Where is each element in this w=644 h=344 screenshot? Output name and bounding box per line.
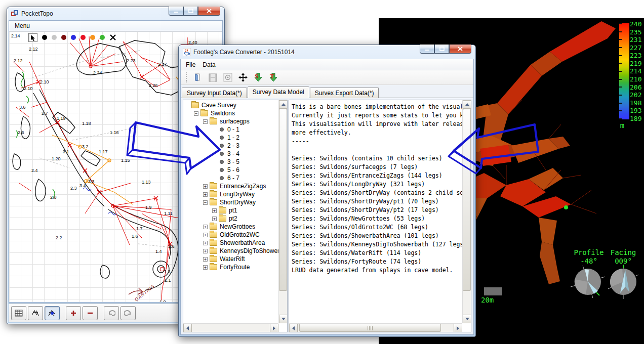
palette-color-dot[interactable] xyxy=(52,35,57,40)
tree-item-1-2[interactable]: 1 - 2 xyxy=(185,134,278,142)
tree-item-3-4[interactable]: 3 - 4 xyxy=(185,150,278,158)
scroll-left-button[interactable] xyxy=(183,324,192,332)
scroll-right-button[interactable] xyxy=(270,324,278,332)
redo-button[interactable] xyxy=(120,306,136,320)
desktop: 240235231227223219214210206202198193189 … xyxy=(0,0,644,344)
close-button[interactable] xyxy=(198,7,220,16)
eraser-x-icon[interactable] xyxy=(109,34,116,41)
tree-item-oldgrotto2wc[interactable]: +OldGrotto2WC xyxy=(185,231,278,239)
tree-item-cave-survey[interactable]: Cave Survey xyxy=(185,101,278,109)
move-tool-button[interactable] xyxy=(237,71,249,83)
tree-item-2-3[interactable]: 2 - 3 xyxy=(185,142,278,150)
data-table-button[interactable] xyxy=(11,306,26,320)
tree-item-waterrift[interactable]: +WaterRift xyxy=(185,255,278,263)
station-dot-icon xyxy=(220,168,224,172)
tab-survex-export-data[interactable]: Survex Export Data(*) xyxy=(310,88,379,98)
tree-item-6-7[interactable]: 6 - 7 xyxy=(185,174,278,182)
tree-item-label: NewGrottoes xyxy=(220,223,255,230)
tree-expander-plus[interactable]: + xyxy=(212,208,217,213)
open-file-button[interactable] xyxy=(191,71,204,83)
import-topo-button[interactable]: T xyxy=(267,71,279,83)
text-vertical-scrollbar[interactable] xyxy=(462,100,471,323)
converter-titlebar[interactable]: Footleg's Cave Converter - 20151014 xyxy=(179,45,475,59)
tree-item-5-6[interactable]: 5 - 6 xyxy=(185,166,278,174)
tree-expander-plus[interactable]: + xyxy=(203,257,208,262)
palette-color-dot[interactable] xyxy=(80,35,86,40)
tree-item-shortdryway[interactable]: −ShortDryWay xyxy=(185,198,278,206)
tree-expander-plus[interactable]: + xyxy=(203,184,208,189)
tree-horizontal-scrollbar[interactable] xyxy=(183,323,278,332)
maximize-button[interactable] xyxy=(183,7,198,16)
tree-item-entrancezigzags[interactable]: +EntranceZigZags xyxy=(185,182,278,190)
tree-item-0-1[interactable]: 0 - 1 xyxy=(185,125,278,134)
tree-expander-minus[interactable]: − xyxy=(203,119,208,124)
tree-item-kenneysdigtoshowerbath[interactable]: +KenneysDigToShowerbath xyxy=(185,247,278,255)
tree-expander-plus[interactable]: + xyxy=(203,233,208,237)
folder-icon xyxy=(210,224,217,230)
scroll-down-button[interactable] xyxy=(279,315,288,323)
menu-item-file[interactable]: File xyxy=(182,60,199,69)
scroll-up-button[interactable] xyxy=(463,100,471,109)
depth-scale-value: 223 xyxy=(630,52,643,59)
plan-view-button[interactable] xyxy=(28,306,43,320)
palette-color-dot[interactable] xyxy=(61,35,66,40)
scrollbar-thumb[interactable] xyxy=(279,109,287,291)
export-button[interactable] xyxy=(222,71,234,83)
tree-expander-minus[interactable]: − xyxy=(203,200,208,205)
tab-survey-data-model[interactable]: Survey Data Model xyxy=(248,87,309,98)
save-file-button[interactable] xyxy=(207,71,219,83)
console-line: Series: Swildons/KenneysDigToShowerbath … xyxy=(292,240,462,249)
toolbar-grip xyxy=(186,72,187,82)
scrollbar-thumb[interactable] xyxy=(299,324,441,332)
tree-vertical-scrollbar[interactable] xyxy=(278,100,287,323)
maximize-button[interactable] xyxy=(434,45,449,54)
tree-expander-plus[interactable]: + xyxy=(203,241,208,245)
menu-item-data[interactable]: Data xyxy=(199,60,219,69)
report-text-panel: This is a bare bones implementation of t… xyxy=(289,100,471,332)
zoom-in-button[interactable] xyxy=(66,306,81,320)
palette-color-dot[interactable] xyxy=(100,35,105,40)
tab-survey-input-data[interactable]: Survey Input Data(*) xyxy=(182,88,247,98)
tree-expander-plus[interactable]: + xyxy=(203,192,208,197)
import-survex-button[interactable]: S xyxy=(252,71,264,83)
tree-expander-plus[interactable]: + xyxy=(203,225,208,229)
minimize-button[interactable] xyxy=(169,7,183,16)
tree-item-showerbatharea[interactable]: +ShowerbathArea xyxy=(185,239,278,247)
tree-item-surfacegps[interactable]: −surfacegps xyxy=(185,117,278,125)
tree-item-newgrottoes[interactable]: +NewGrottoes xyxy=(185,223,278,231)
station-dot-icon xyxy=(220,160,224,164)
scroll-up-button[interactable] xyxy=(279,100,288,109)
depth-scale-value: 198 xyxy=(630,99,643,107)
side-view-button[interactable] xyxy=(45,306,60,320)
zoom-out-button[interactable] xyxy=(83,306,98,320)
tree-item-longdryway[interactable]: +LongDryWay xyxy=(185,190,278,198)
tree-item-3-5[interactable]: 3 - 5 xyxy=(185,158,278,166)
tree-item-fortyroute[interactable]: +FortyRoute xyxy=(185,263,278,271)
tree-item-label: LongDryWay xyxy=(220,191,255,198)
folder-icon xyxy=(210,240,217,246)
palette-color-dot[interactable] xyxy=(42,35,47,40)
console-text[interactable]: This is a bare bones implementation of t… xyxy=(289,100,462,275)
scroll-down-button[interactable] xyxy=(463,315,471,323)
cursor-tool-button[interactable] xyxy=(28,33,37,42)
scroll-left-button[interactable] xyxy=(289,324,298,332)
menu-item-menu[interactable]: Menu xyxy=(11,21,33,30)
drawing-palette xyxy=(28,32,116,42)
tree-expander-plus[interactable]: + xyxy=(212,217,217,221)
palette-color-dot[interactable] xyxy=(71,35,76,40)
minimize-button[interactable] xyxy=(420,45,434,54)
tree-item-pt1[interactable]: +pt1 xyxy=(185,206,278,214)
console-line: Series: Swildons/EntranceZigZags (144 le… xyxy=(292,171,462,180)
pockettopo-titlebar[interactable]: PocketTopo xyxy=(7,7,224,20)
tree-expander-plus[interactable]: + xyxy=(203,265,208,270)
palette-color-dot[interactable] xyxy=(90,35,95,40)
tree-item-pt2[interactable]: +pt2 xyxy=(185,214,278,223)
close-button[interactable] xyxy=(449,45,471,54)
tree-item-swildons[interactable]: −Swildons xyxy=(185,109,278,117)
scrollbar-thumb[interactable] xyxy=(463,109,471,291)
text-horizontal-scrollbar[interactable] xyxy=(289,323,462,332)
tree-expander-minus[interactable]: − xyxy=(194,111,198,116)
scroll-right-button[interactable] xyxy=(454,324,462,332)
undo-button[interactable] xyxy=(104,306,119,320)
tree-expander-plus[interactable]: + xyxy=(203,249,208,253)
